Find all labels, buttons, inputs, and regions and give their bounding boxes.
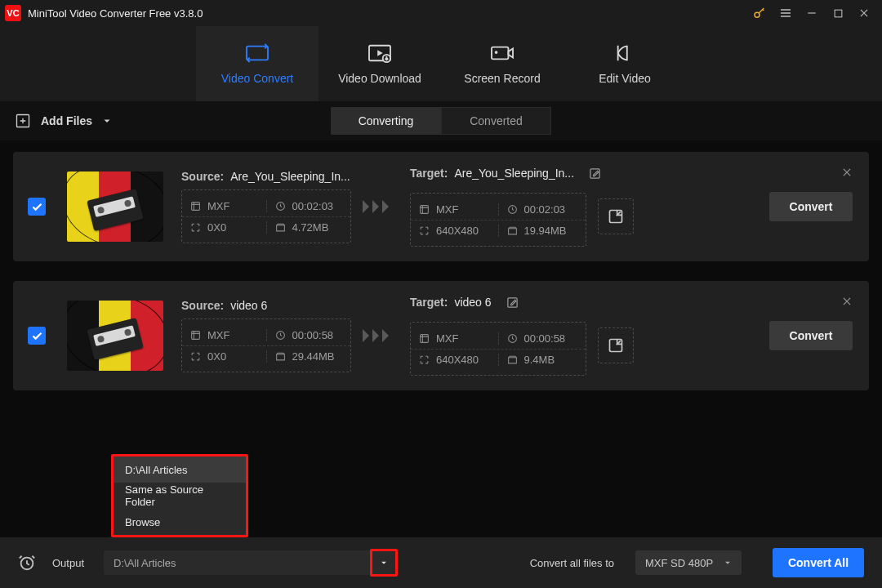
target-block: Target: Are_You_Sleeping_In... MXF 00:02… <box>410 167 634 247</box>
tab-label: Video Download <box>338 72 421 85</box>
upgrade-key-icon[interactable] <box>746 0 773 26</box>
clock-icon <box>507 204 518 215</box>
convert-all-to-label: Convert all files to <box>530 557 614 569</box>
meta-resolution: 0X0 <box>207 350 226 363</box>
target-label: Target: <box>410 296 448 309</box>
output-menu-same-as-source[interactable]: Same as Source Folder <box>114 483 246 509</box>
convert-all-button[interactable]: Convert All <box>773 548 864 577</box>
file-checkbox[interactable] <box>28 198 46 216</box>
tab-converted[interactable]: Converted <box>441 107 551 135</box>
source-block: Source: video 6 MXF 00:00:58 0X0 29.44MB <box>181 299 351 372</box>
svg-rect-1 <box>835 10 842 17</box>
edit-target-icon[interactable] <box>589 167 601 180</box>
window-close-icon[interactable] <box>851 0 877 26</box>
meta-resolution: 640X480 <box>436 354 479 366</box>
output-path-field[interactable]: D:\All Articles <box>104 550 398 575</box>
svg-rect-17 <box>421 334 429 342</box>
tab-label: Edit Video <box>599 72 651 85</box>
window-minimize-icon[interactable] <box>799 0 825 26</box>
output-path-dropdown-button[interactable] <box>370 549 398 577</box>
source-label: Source: <box>181 299 224 312</box>
output-label: Output <box>52 557 84 569</box>
tab-video-convert[interactable]: Video Convert <box>196 26 318 101</box>
toolbar: Add Files Converting Converted <box>0 101 882 140</box>
file-checkbox[interactable] <box>28 327 46 345</box>
filesize-icon <box>275 222 286 233</box>
meta-size: 19.94MB <box>524 225 567 237</box>
target-settings-button[interactable] <box>598 327 634 363</box>
target-block: Target: video 6 MXF 00:00:58 640X480 9.4… <box>410 296 634 376</box>
meta-size: 4.72MB <box>292 221 329 234</box>
source-label: Source: <box>181 170 224 183</box>
output-format-select[interactable]: MXF SD 480P <box>635 550 742 575</box>
file-card: Source: video 6 MXF 00:00:58 0X0 29.44MB… <box>13 281 869 390</box>
edit-target-icon[interactable] <box>506 296 519 309</box>
video-thumbnail <box>67 172 163 242</box>
meta-format: MXF <box>436 332 458 345</box>
source-filename: Are_You_Sleeping_In... <box>230 170 350 183</box>
meta-size: 29.44MB <box>292 350 335 363</box>
output-path-menu: D:\All Articles Same as Source Folder Br… <box>111 454 248 537</box>
svg-point-6 <box>495 51 498 54</box>
add-files-label: Add Files <box>41 114 92 127</box>
clock-icon <box>275 201 286 212</box>
menu-icon[interactable] <box>773 0 799 26</box>
tab-video-download[interactable]: Video Download <box>318 26 441 101</box>
add-files-button[interactable]: Add Files <box>15 113 112 129</box>
format-icon <box>419 333 430 344</box>
video-thumbnail <box>67 301 163 371</box>
meta-duration: 00:02:03 <box>524 203 566 216</box>
resolution-icon <box>190 351 201 362</box>
file-list: Source: Are_You_Sleeping_In... MXF 00:02… <box>0 140 882 390</box>
output-menu-recent[interactable]: D:\All Articles <box>114 457 246 483</box>
file-card: Source: Are_You_Sleeping_In... MXF 00:02… <box>13 152 869 261</box>
meta-duration: 00:00:58 <box>292 329 334 341</box>
meta-format: MXF <box>207 200 229 212</box>
tab-edit-video[interactable]: Edit Video <box>564 26 686 101</box>
svg-rect-8 <box>192 202 200 210</box>
output-format-value: MXF SD 480P <box>645 557 713 569</box>
chevron-down-icon <box>102 116 112 126</box>
meta-format: MXF <box>436 203 458 216</box>
format-icon <box>190 330 201 341</box>
tab-label: Video Convert <box>221 72 293 85</box>
window-maximize-icon[interactable] <box>825 0 851 26</box>
output-path-value: D:\All Articles <box>114 557 176 569</box>
app-title: MiniTool Video Converter Free v3.8.0 <box>28 7 203 20</box>
resolution-icon <box>419 225 430 236</box>
target-metadata: MXF 00:02:03 640X480 19.94MB <box>410 193 586 247</box>
svg-rect-14 <box>192 331 200 339</box>
app-logo: VC <box>5 5 21 21</box>
add-file-icon <box>15 113 31 129</box>
schedule-icon[interactable] <box>18 554 36 572</box>
source-metadata: MXF 00:00:58 0X0 29.44MB <box>181 318 351 372</box>
remove-item-icon[interactable] <box>841 167 853 178</box>
remove-item-icon[interactable] <box>841 296 853 307</box>
chevron-down-icon <box>724 559 732 567</box>
tab-screen-record[interactable]: Screen Record <box>441 26 564 101</box>
arrow-icon <box>363 327 399 345</box>
tab-converting[interactable]: Converting <box>331 107 441 135</box>
clock-icon <box>275 330 286 341</box>
convert-button[interactable]: Convert <box>769 192 853 221</box>
svg-rect-5 <box>492 47 508 60</box>
meta-duration: 00:02:03 <box>292 200 334 212</box>
output-menu-browse[interactable]: Browse <box>114 509 246 535</box>
meta-resolution: 0X0 <box>207 221 226 234</box>
resolution-icon <box>190 222 201 233</box>
format-icon <box>190 201 201 212</box>
convert-button[interactable]: Convert <box>769 321 853 350</box>
meta-size: 9.4MB <box>524 354 555 366</box>
clock-icon <box>507 333 518 344</box>
conversion-state-tabs: Converting Converted <box>331 107 551 135</box>
meta-resolution: 640X480 <box>436 225 479 237</box>
tab-label: Screen Record <box>464 72 540 85</box>
svg-rect-11 <box>421 205 429 213</box>
titlebar: VC MiniTool Video Converter Free v3.8.0 <box>0 0 882 26</box>
resolution-icon <box>419 354 430 365</box>
meta-format: MXF <box>207 329 229 341</box>
main-tabs: Video Convert Video Download Screen Reco… <box>0 26 882 101</box>
format-icon <box>419 204 430 215</box>
target-settings-button[interactable] <box>598 198 634 234</box>
arrow-icon <box>363 198 399 216</box>
